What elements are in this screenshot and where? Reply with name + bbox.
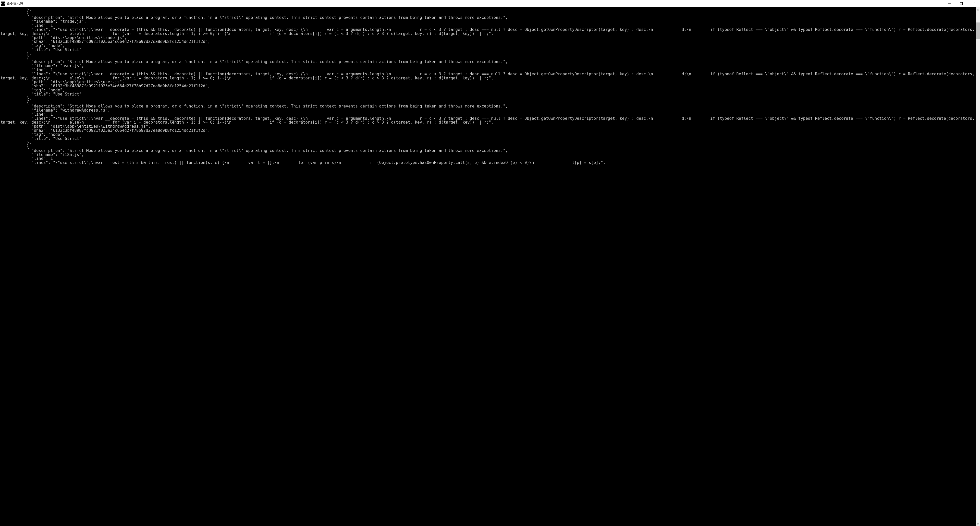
- minimize-button[interactable]: [944, 0, 956, 7]
- minimize-icon: [948, 2, 951, 5]
- titlebar[interactable]: C:\ 命令提示符: [0, 0, 980, 7]
- scrollbar-thumb[interactable]: [976, 22, 980, 39]
- vertical-scrollbar[interactable]: ▲ ▼: [976, 7, 980, 526]
- chevron-up-icon: ▲: [977, 8, 979, 11]
- app-icon: C:\: [1, 2, 5, 6]
- svg-rect-1: [960, 2, 963, 5]
- window-root: C:\ 命令提示符 }, { "description": "Strict Mo…: [0, 0, 980, 526]
- maximize-icon: [960, 2, 963, 5]
- scroll-up-button[interactable]: ▲: [976, 7, 980, 11]
- terminal-area: }, { "description": "Strict Mode allows …: [0, 7, 980, 526]
- close-button[interactable]: [967, 0, 979, 7]
- close-icon: [972, 2, 975, 5]
- scrollbar-track[interactable]: [976, 11, 980, 522]
- scroll-down-button[interactable]: ▼: [976, 522, 980, 526]
- terminal-output[interactable]: }, { "description": "Strict Mode allows …: [0, 7, 976, 526]
- window-controls: [944, 0, 979, 7]
- chevron-down-icon: ▼: [977, 523, 979, 526]
- window-title: 命令提示符: [6, 1, 23, 6]
- maximize-button[interactable]: [956, 0, 967, 7]
